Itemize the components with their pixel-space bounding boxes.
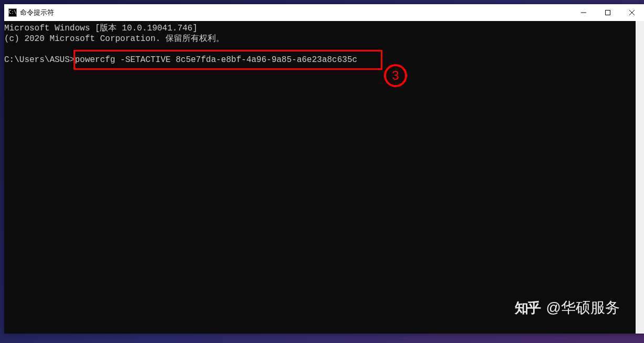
watermark-author: @华硕服务 bbox=[546, 298, 620, 318]
zhihu-logo: 知乎 bbox=[515, 299, 540, 317]
close-icon bbox=[629, 10, 635, 15]
copyright-line: (c) 2020 Microsoft Corporation. 保留所有权利。 bbox=[4, 34, 636, 44]
cmd-icon: C:\ bbox=[8, 8, 17, 17]
svg-rect-1 bbox=[606, 11, 610, 15]
command-text: powercfg -SETACTIVE 8c5e7fda-e8bf-4a96-9… bbox=[75, 55, 357, 65]
annotation-number: 3 bbox=[392, 68, 399, 83]
scrollbar-down-button[interactable] bbox=[636, 325, 644, 334]
prompt-line: C:\Users\ASUS>powercfg -SETACTIVE 8c5e7f… bbox=[4, 55, 636, 65]
minimize-icon bbox=[581, 10, 586, 15]
scrollbar-up-button[interactable] bbox=[636, 21, 644, 30]
window-controls bbox=[572, 4, 644, 21]
close-button[interactable] bbox=[620, 4, 644, 21]
maximize-button[interactable] bbox=[596, 4, 620, 21]
minimize-button[interactable] bbox=[572, 4, 596, 21]
titlebar[interactable]: C:\ 命令提示符 bbox=[4, 4, 644, 21]
scrollbar-thumb[interactable] bbox=[636, 30, 644, 325]
prompt-text: C:\Users\ASUS> bbox=[4, 55, 75, 65]
chevron-down-icon bbox=[638, 327, 642, 331]
vertical-scrollbar[interactable] bbox=[636, 21, 644, 334]
command-prompt-window: C:\ 命令提示符 Microsoft Windows [版本 1 bbox=[4, 4, 644, 334]
window-title: 命令提示符 bbox=[20, 8, 572, 17]
maximize-icon bbox=[605, 10, 610, 15]
annotation-step-badge: 3 bbox=[384, 64, 407, 87]
console-output-area[interactable]: Microsoft Windows [版本 10.0.19041.746] (c… bbox=[4, 21, 644, 334]
chevron-up-icon bbox=[638, 24, 642, 28]
version-line: Microsoft Windows [版本 10.0.19041.746] bbox=[4, 23, 636, 34]
watermark: 知乎 @华硕服务 bbox=[515, 298, 620, 318]
